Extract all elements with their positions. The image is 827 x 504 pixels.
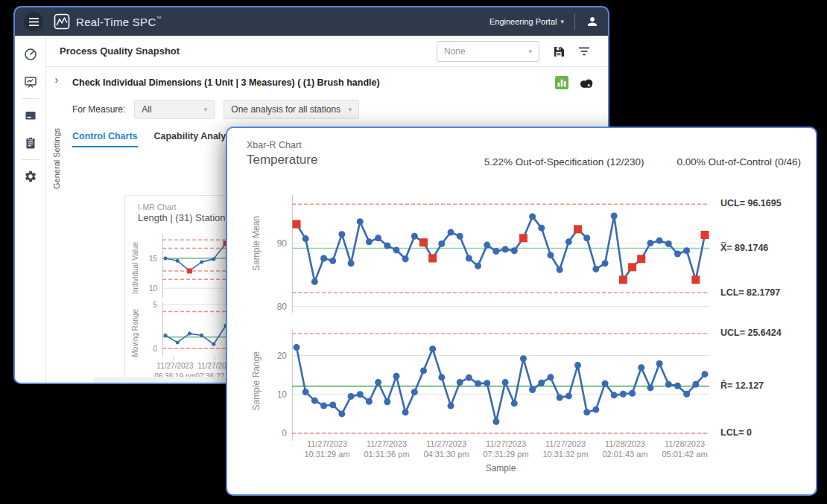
out-of-spec-stat: 5.22% Out-of-Specification (12/230) xyxy=(484,156,644,168)
card-icon xyxy=(24,109,37,122)
x-axis-tick-label: 11/28/202302:01:43 am xyxy=(592,439,659,459)
svg-text:10: 10 xyxy=(149,284,158,293)
svg-text:80: 80 xyxy=(277,302,288,312)
app-header: Real-Time SPC™ Engineering Portal ▾ xyxy=(15,7,608,36)
page-title: Process Quality Snapshot xyxy=(60,45,180,57)
general-settings-strip: › General Settings xyxy=(46,67,67,384)
clipboard-icon xyxy=(24,136,37,150)
svg-text:90: 90 xyxy=(277,238,288,249)
hamburger-menu-button[interactable] xyxy=(24,12,43,31)
out-of-control-stat: 0.00% Out-of-Control (0/46) xyxy=(677,156,801,168)
sidebar-item-settings[interactable] xyxy=(24,170,37,183)
sample-range-chart[interactable]: 20100 xyxy=(265,329,715,442)
imr-individual-ylabel: Individual Value xyxy=(131,242,139,294)
hamburger-icon xyxy=(29,18,39,26)
spc-logo-icon xyxy=(54,13,70,30)
svg-text:5: 5 xyxy=(153,302,157,309)
portal-menu[interactable]: Engineering Portal ▾ xyxy=(489,17,564,26)
xbar-center-label: X̿= 89.1746 xyxy=(720,243,768,253)
sidebar-item-dashboard[interactable] xyxy=(24,48,37,61)
x-axis-tick-label: 11/28/202305:01:42 am xyxy=(651,439,718,459)
x-axis-tick-label: 11/27/202310:31:29 am xyxy=(294,439,361,459)
sidebar-item-cards[interactable] xyxy=(24,109,37,122)
x-axis-tick-label: 11/27/202301:31:36 pm xyxy=(353,439,420,459)
analysis-mode-select[interactable]: One analysis for all stations ▾ xyxy=(224,100,359,119)
chevron-down-icon: ▾ xyxy=(522,48,532,55)
sidebar-item-checklist[interactable] xyxy=(24,136,37,150)
general-settings-label[interactable]: General Settings xyxy=(52,128,61,189)
imr-moving-range-ylabel: Moving Range xyxy=(131,309,139,357)
imr-chart-type-label: I-MR Chart xyxy=(138,202,176,211)
r-center-label: R̄= 12.127 xyxy=(720,380,764,391)
xbar-r-chart-window: Xbar-R Chart Temperature 5.22% Out-of-Sp… xyxy=(226,127,817,496)
trademark: ™ xyxy=(156,16,162,21)
r-ucl-label: UCL= 25.6424 xyxy=(720,328,782,338)
for-measure-label: For Measure: xyxy=(72,104,125,115)
app-title: Real-Time SPC™ xyxy=(76,16,162,28)
x-axis-tick-label: 11/27/202304:31:30 pm xyxy=(413,439,480,459)
sidebar-divider xyxy=(22,159,39,160)
icon-sidebar xyxy=(15,36,46,384)
user-icon[interactable] xyxy=(586,15,599,28)
sidebar-divider xyxy=(22,98,39,99)
svg-text:15: 15 xyxy=(149,255,158,263)
measure-select[interactable]: All ▾ xyxy=(134,100,215,119)
page-toolbar: Process Quality Snapshot None ▾ xyxy=(46,36,608,67)
bar-chart-icon[interactable] xyxy=(555,76,568,89)
chevron-down-icon: ▾ xyxy=(198,106,208,113)
tab-control-charts[interactable]: Control Charts xyxy=(72,131,138,147)
app-logo: Real-Time SPC™ xyxy=(54,13,162,30)
sample-mean-chart[interactable]: 9080 xyxy=(265,195,715,314)
chart-type-label: Xbar-R Chart xyxy=(247,140,302,150)
sample-mean-ylabel: Sample Mean xyxy=(251,216,262,271)
cloud-export-icon[interactable] xyxy=(579,77,595,89)
svg-text:0: 0 xyxy=(153,345,157,353)
gear-icon xyxy=(24,170,37,183)
sample-range-ylabel: Sample Range xyxy=(251,351,262,410)
chevron-down-icon: ▾ xyxy=(343,106,352,113)
svg-text:20: 20 xyxy=(277,351,288,361)
analysis-title: Check Individual Dimensions (1 Unit | 3 … xyxy=(72,77,380,88)
header-divider xyxy=(574,13,575,30)
r-lcl-label: LCL= 0 xyxy=(720,427,752,438)
expand-chevron-icon[interactable]: › xyxy=(55,74,59,85)
xbar-lcl-label: LCL= 82.1797 xyxy=(720,287,780,298)
chart-board-icon xyxy=(24,75,37,89)
chart-title: Temperature xyxy=(247,153,317,168)
sidebar-item-monitoring[interactable] xyxy=(24,75,37,89)
svg-text:0: 0 xyxy=(282,428,287,438)
gauge-icon xyxy=(24,48,37,61)
filter-icon[interactable] xyxy=(578,46,590,57)
chevron-down-icon: ▾ xyxy=(560,18,564,25)
preset-select[interactable]: None ▾ xyxy=(437,41,539,62)
x-axis-tick-label: 11/27/202307:31:29 pm xyxy=(472,439,539,459)
svg-text:10: 10 xyxy=(277,389,288,400)
x-axis-title: Sample xyxy=(471,463,530,473)
save-icon[interactable] xyxy=(553,45,565,57)
xbar-ucl-label: UCL= 96.1695 xyxy=(720,198,782,208)
x-axis-tick-label: 11/27/202310:31:32 pm xyxy=(532,439,599,459)
